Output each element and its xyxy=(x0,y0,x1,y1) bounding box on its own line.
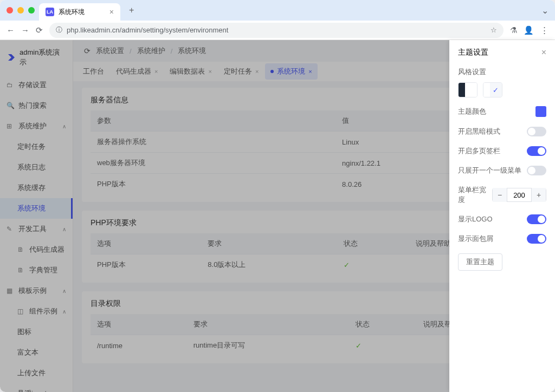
expand-icon: ∧ xyxy=(62,123,66,129)
close-tab-icon[interactable]: × xyxy=(109,8,114,16)
back-icon[interactable]: ← xyxy=(7,25,15,35)
show-crumb-switch[interactable] xyxy=(527,234,546,244)
theme-color-swatch[interactable] xyxy=(535,106,546,117)
table-header: 参数 xyxy=(91,110,335,132)
reload-icon[interactable]: ⟳ xyxy=(36,25,43,35)
close-tab-icon[interactable]: × xyxy=(208,68,211,75)
close-icon[interactable]: × xyxy=(541,48,546,57)
table-cell: 8.0版本以上 xyxy=(201,254,337,276)
sidebar-item[interactable]: 定时任务 xyxy=(0,136,73,157)
close-window[interactable] xyxy=(7,7,13,14)
table-header: 要求 xyxy=(201,233,337,254)
sidebar-item[interactable]: 图标 xyxy=(0,322,73,342)
bookmark-icon[interactable]: ☆ xyxy=(491,26,497,34)
check-icon: ✓ xyxy=(344,261,350,269)
sidebar-item[interactable]: 🔍热门搜索 xyxy=(0,95,73,116)
table-header: 状态 xyxy=(337,233,409,254)
sidebar-item-label: 字典管理 xyxy=(29,265,57,275)
sidebar-item[interactable]: 系统缓存 xyxy=(0,178,73,198)
sidebar-item[interactable]: 富文本 xyxy=(0,342,73,363)
new-tab-button[interactable]: + xyxy=(125,5,138,15)
sidebar-item-label: 图标 xyxy=(17,327,31,337)
sidebar-item-label: 代码生成器 xyxy=(29,245,64,254)
menu-width-label: 菜单栏宽度 xyxy=(458,185,492,205)
close-tab-icon[interactable]: × xyxy=(255,68,259,75)
reload-icon[interactable]: ⟳ xyxy=(84,47,91,55)
browser-tab[interactable]: LA 系统环境 × xyxy=(39,3,120,21)
table-header: 选项 xyxy=(91,233,201,254)
dark-mode-switch[interactable] xyxy=(527,127,546,136)
page-tab[interactable]: 编辑数据表× xyxy=(164,63,217,80)
close-tab-icon[interactable]: × xyxy=(308,68,312,75)
menu-icon[interactable]: ⋮ xyxy=(540,25,548,35)
table-cell: /runtime xyxy=(91,335,187,356)
sidebar-item[interactable]: ✎开发工具∧ xyxy=(0,219,73,239)
close-tab-icon[interactable]: × xyxy=(154,68,158,75)
table-cell: PHP版本 xyxy=(91,254,201,276)
folder-icon: 🗀 xyxy=(7,81,14,89)
sidebar-item-label: 系统日志 xyxy=(17,162,46,172)
extensions-icon[interactable]: ⚗ xyxy=(510,25,517,35)
show-logo-switch[interactable] xyxy=(527,214,546,224)
multi-tab-label: 开启多页签栏 xyxy=(458,146,500,156)
minimize-window[interactable] xyxy=(17,7,24,14)
menu-width-input[interactable] xyxy=(507,188,532,201)
table-cell: PHP版本 xyxy=(91,174,335,195)
menu-width-stepper[interactable]: − + xyxy=(492,188,546,202)
multi-tab-switch[interactable] xyxy=(527,146,546,156)
sidebar-item[interactable]: ▦模板示例∧ xyxy=(0,280,73,301)
page-tab-label: 系统环境 xyxy=(277,67,305,76)
page-tab[interactable]: 代码生成器× xyxy=(111,63,163,80)
increment-button[interactable]: + xyxy=(532,188,546,202)
window-controls xyxy=(7,7,35,14)
page-tab[interactable]: 定时任务× xyxy=(218,63,264,80)
sidebar-item[interactable]: 系统日志 xyxy=(0,157,73,178)
crumb[interactable]: 系统维护 xyxy=(137,46,165,56)
sidebar-item-label: 系统缓存 xyxy=(17,183,46,193)
page-tab-label: 代码生成器 xyxy=(116,67,151,76)
sidebar-item[interactable]: 上传文件 xyxy=(0,363,73,383)
sidebar-item[interactable]: 系统环境 xyxy=(0,198,73,219)
table-cell: ✓ xyxy=(337,254,409,276)
reset-theme-button[interactable]: 重置主题 xyxy=(458,253,502,271)
crumb[interactable]: 系统设置 xyxy=(96,46,124,56)
table-header: 选项 xyxy=(91,314,187,335)
single-menu-switch[interactable] xyxy=(527,166,546,175)
logo-icon xyxy=(7,53,16,62)
sidebar-item[interactable]: ⊞系统维护∧ xyxy=(0,116,73,136)
profile-icon[interactable]: 👤 xyxy=(524,25,534,35)
expand-icon: ∧ xyxy=(62,309,66,315)
decrement-button[interactable]: − xyxy=(493,188,507,202)
table-header: 状态 xyxy=(349,314,417,335)
url-input[interactable]: ⓘ php.likeadmin.cn/admin/setting/system/… xyxy=(49,23,504,38)
logo-row[interactable]: admin系统演示 xyxy=(0,40,73,75)
sidebar-item[interactable]: 🗀存储设置 xyxy=(0,75,73,95)
page-tab[interactable]: 系统环境× xyxy=(265,63,317,80)
page-tab[interactable]: 工作台 xyxy=(78,63,109,80)
show-logo-label: 显示LOGO xyxy=(458,214,493,224)
browser-titlebar: LA 系统环境 × + ⌄ xyxy=(0,0,555,21)
style-light-option[interactable]: ✓ xyxy=(483,82,502,97)
sidebar-item-label: 定时任务 xyxy=(17,142,46,152)
table-cell: web服务器环境 xyxy=(91,153,335,174)
cube-icon: ◫ xyxy=(17,308,25,315)
url-text: php.likeadmin.cn/admin/setting/system/en… xyxy=(67,26,228,34)
sidebar-item[interactable]: 悬浮input xyxy=(0,383,73,392)
sidebar-item-label: 系统维护 xyxy=(18,121,47,131)
search-icon: 🔍 xyxy=(7,102,14,109)
expand-icon: ∧ xyxy=(62,288,66,294)
site-info-icon[interactable]: ⓘ xyxy=(56,25,62,35)
sidebar-item[interactable]: 🗎字典管理 xyxy=(0,260,73,280)
sidebar-item[interactable]: 🗎代码生成器 xyxy=(0,239,73,260)
chevron-down-icon[interactable]: ⌄ xyxy=(541,5,548,16)
separator: / xyxy=(130,47,132,55)
expand-icon: ∧ xyxy=(62,226,66,232)
forward-icon[interactable]: → xyxy=(21,25,29,35)
style-dark-option[interactable] xyxy=(458,82,477,97)
edit-icon: ✎ xyxy=(7,225,14,233)
sidebar-item[interactable]: ◫组件示例∧ xyxy=(0,301,73,322)
doc-icon: 🗎 xyxy=(17,266,25,274)
maximize-window[interactable] xyxy=(28,7,35,14)
drawer-title: 主题设置 xyxy=(458,48,488,57)
sidebar-item-label: 开发工具 xyxy=(18,224,47,234)
